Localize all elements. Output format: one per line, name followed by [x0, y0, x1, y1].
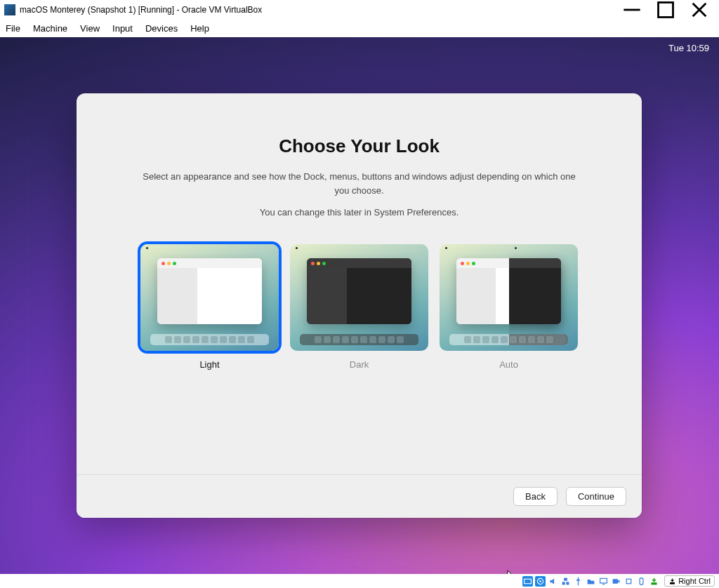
svg-rect-1: [525, 579, 532, 584]
status-usb-icon[interactable]: [573, 576, 583, 587]
appearance-preview-light: [140, 244, 279, 351]
appearance-label-dark: Dark: [290, 359, 428, 370]
status-shared-folders-icon[interactable]: [586, 576, 596, 587]
appearance-label-auto: Auto: [440, 359, 578, 370]
guest-clock: Tue 10:59: [668, 43, 709, 53]
svg-point-3: [539, 580, 541, 582]
svg-rect-7: [600, 578, 607, 583]
svg-rect-12: [670, 582, 675, 584]
svg-rect-9: [626, 579, 631, 584]
window-titlebar: macOS Monterey (Snapshot 1) [Running] - …: [0, 0, 719, 19]
menu-help[interactable]: Help: [190, 23, 209, 34]
menu-machine[interactable]: Machine: [33, 23, 67, 34]
appearance-option-dark[interactable]: Dark: [290, 244, 428, 370]
dialog-title: Choose Your Look: [119, 135, 600, 157]
menu-file[interactable]: File: [6, 23, 20, 34]
appearance-option-light[interactable]: Light: [140, 244, 279, 370]
appearance-option-auto[interactable]: Auto: [440, 244, 578, 370]
status-recording-icon[interactable]: [611, 576, 621, 587]
appearance-preview-auto: [440, 244, 578, 351]
menu-bar: File Machine View Input Devices Help: [0, 19, 719, 37]
menu-input[interactable]: Input: [112, 23, 133, 34]
svg-rect-0: [659, 2, 673, 17]
window-controls: [622, 3, 715, 17]
svg-rect-8: [613, 579, 618, 584]
svg-rect-11: [652, 582, 657, 584]
svg-rect-5: [562, 582, 565, 584]
status-keyboard-capture-icon[interactable]: [649, 576, 659, 587]
status-hdd-icon[interactable]: [522, 576, 533, 587]
close-button[interactable]: [690, 3, 709, 17]
continue-button[interactable]: Continue: [566, 487, 626, 506]
host-key-label: Right Ctrl: [678, 577, 711, 585]
maximize-button[interactable]: [656, 3, 675, 17]
menu-devices[interactable]: Devices: [145, 23, 178, 34]
dialog-description: Select an appearance and see how the Doc…: [142, 170, 577, 197]
status-network-icon[interactable]: [560, 576, 571, 587]
svg-rect-6: [566, 582, 569, 584]
menu-view[interactable]: View: [80, 23, 100, 34]
appearance-label-light: Light: [140, 359, 279, 370]
status-mouse-icon[interactable]: [636, 576, 647, 587]
virtualbox-icon: [4, 4, 15, 15]
status-cpu-icon[interactable]: [624, 576, 634, 587]
status-audio-icon[interactable]: [548, 576, 558, 587]
appearance-options: Light Dark: [119, 244, 600, 370]
vm-viewport: Tue 10:59 Choose Your Look Select an app…: [0, 37, 719, 574]
window-title: macOS Monterey (Snapshot 1) [Running] - …: [20, 5, 262, 15]
minimize-button[interactable]: [622, 3, 642, 17]
back-button[interactable]: Back: [513, 487, 558, 506]
host-key-indicator[interactable]: Right Ctrl: [664, 575, 715, 587]
setup-dialog: Choose Your Look Select an appearance an…: [77, 93, 642, 518]
dialog-subtext: You can change this later in System Pref…: [119, 207, 600, 218]
svg-rect-4: [564, 577, 567, 580]
status-display-icon[interactable]: [598, 576, 609, 587]
appearance-preview-dark: [290, 244, 428, 351]
dialog-footer: Back Continue: [77, 474, 642, 518]
vbox-status-bar: Right Ctrl: [0, 574, 719, 588]
status-optical-icon[interactable]: [535, 576, 546, 587]
svg-rect-10: [640, 577, 643, 584]
